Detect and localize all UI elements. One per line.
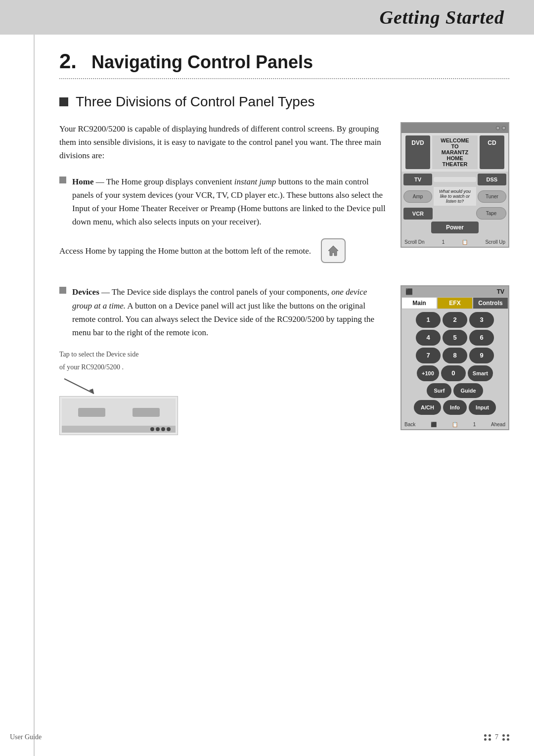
- rbc-dot3: [161, 427, 165, 431]
- welcome-line1: WELCOME: [434, 137, 476, 143]
- tv-btn-info[interactable]: Info: [443, 400, 467, 415]
- footer-icon: 📋: [462, 239, 468, 245]
- welcome-line2: TO: [434, 143, 476, 149]
- chapter-title: Navigating Control Panels: [91, 52, 313, 73]
- tv-tab-main[interactable]: Main: [401, 297, 437, 309]
- rbs-btn2: [133, 408, 160, 417]
- intro-section: Your RC9200/5200 is capable of displayin…: [59, 122, 509, 273]
- remote-amp-btn: Amp: [403, 190, 432, 203]
- remote-power-btn: Power: [431, 222, 479, 233]
- devices-text-col: Devices — The Device side displays the c…: [59, 285, 386, 435]
- tv-btn-smart[interactable]: Smart: [468, 365, 493, 381]
- tv-btn-6[interactable]: 6: [469, 330, 494, 346]
- footer-scroll-dn: Scroll Dn: [404, 239, 425, 245]
- remote-home-image: DVD WELCOME TO MARANTZ HOME THEATER CD T: [400, 122, 509, 273]
- tv-icon: ⬛: [405, 288, 413, 295]
- caption-line2: of your RC9200/5200 .: [59, 362, 386, 372]
- tv-footer: Back ⬛ 📋 1 Ahead: [401, 420, 508, 429]
- devices-text: Devices — The Device side displays the c…: [72, 285, 386, 339]
- chapter-number: 2.: [59, 49, 77, 73]
- r-dot-2: [502, 126, 506, 130]
- chapter-heading: 2. Navigating Control Panels: [59, 35, 509, 79]
- section-heading: Three Divisions of Control Panel Types: [59, 94, 509, 110]
- remote-dss-btn: DSS: [478, 174, 506, 185]
- welcome-line5: THEATER: [434, 161, 476, 167]
- footer-scroll-up: Scroll Up: [485, 239, 505, 245]
- remote-row-amp-tuner: Amp What would you like to watch or list…: [403, 187, 506, 206]
- devices-item: Devices — The Device side displays the c…: [59, 285, 386, 339]
- tv-btn-7[interactable]: 7: [416, 348, 441, 363]
- remote-row-vcr-tape: VCR Tape: [403, 207, 506, 220]
- tv-numpad: 1 2 3 4 5 6 7 8 9 +100: [401, 309, 508, 420]
- tv-footer-back: Back: [404, 422, 415, 427]
- remote-welcome-row: DVD WELCOME TO MARANTZ HOME THEATER CD: [405, 135, 504, 169]
- tv-btn-9[interactable]: 9: [469, 348, 494, 363]
- tv-btn-plus100[interactable]: +100: [417, 365, 439, 381]
- tv-tabs: Main EFX Controls: [401, 297, 508, 309]
- tv-btn-guide[interactable]: Guide: [453, 383, 483, 398]
- devices-text-part1: — The Device side displays the control p…: [101, 287, 331, 297]
- footer-dot-8: [507, 738, 509, 741]
- remote-tuner-btn: Tuner: [478, 190, 506, 203]
- footer-dot-pair-4: [502, 738, 509, 741]
- welcome-line4: HOME: [434, 155, 476, 161]
- section-bullet-icon: [59, 97, 68, 106]
- tv-row-123: 1 2 3: [404, 312, 505, 328]
- svg-line-0: [64, 379, 94, 394]
- remote-header-dots: [496, 126, 506, 130]
- tv-btn-input[interactable]: Input: [469, 400, 496, 415]
- home-label: Home: [72, 177, 93, 186]
- tv-btn-5[interactable]: 5: [443, 330, 467, 346]
- home-text: Home — The Home group displays convenien…: [72, 175, 386, 229]
- home-bullet-icon: [59, 177, 66, 183]
- footer-guide: User Guide: [10, 733, 42, 741]
- tv-btn-4[interactable]: 4: [416, 330, 441, 346]
- footer-dot-pair-3: [502, 734, 509, 737]
- tv-btn-3[interactable]: 3: [469, 312, 494, 328]
- tv-btn-surf[interactable]: Surf: [427, 383, 451, 398]
- home-button-icon: [321, 238, 346, 263]
- tv-btn-2[interactable]: 2: [443, 312, 467, 328]
- remote-tape-btn: Tape: [476, 207, 506, 220]
- home-icon: [326, 244, 340, 258]
- tv-btn-0[interactable]: 0: [441, 365, 466, 381]
- tv-row-456: 4 5 6: [404, 330, 505, 346]
- tv-row-ach-info-input: A/CH Info Input: [404, 400, 505, 415]
- remote-home-panel: DVD WELCOME TO MARANTZ HOME THEATER CD T: [400, 122, 509, 248]
- arrow-icon: [59, 376, 99, 396]
- remote-buttons-grid: TV DSS Amp What would you like to watch …: [401, 172, 508, 237]
- tv-title: TV: [497, 288, 504, 295]
- tv-tab-efx[interactable]: EFX: [437, 297, 473, 309]
- footer-dot-pair-2: [484, 738, 491, 741]
- home-italic: instant jump: [234, 177, 276, 186]
- footer-page-area: 7: [484, 733, 509, 741]
- tv-btn-ach[interactable]: A/CH: [414, 400, 441, 415]
- footer-dots-icon-right: [502, 734, 509, 741]
- tv-row-surf-guide: Surf Guide: [404, 383, 505, 398]
- arrow-row: [59, 376, 386, 396]
- home-text-part1: — The Home group displays convenient: [96, 177, 234, 186]
- devices-section: Devices — The Device side displays the c…: [59, 285, 509, 435]
- main-content: 2. Navigating Control Panels Three Divis…: [35, 35, 534, 465]
- page-footer: User Guide 7: [0, 733, 534, 741]
- caption-area: Tap to select the Device side of your RC…: [59, 349, 386, 435]
- left-bar: [0, 35, 35, 756]
- remote-welcome-text: WELCOME TO MARANTZ HOME THEATER: [432, 135, 478, 169]
- tv-btn-8[interactable]: 8: [443, 348, 467, 363]
- rbc-dot2: [156, 427, 160, 431]
- footer-dot-6: [507, 734, 509, 737]
- remote-bottom-sketch: [59, 396, 178, 435]
- tv-btn-1[interactable]: 1: [416, 312, 441, 328]
- remote-bottom-connector: [62, 426, 176, 433]
- r-dot-1: [496, 126, 500, 130]
- tv-footer-ahead: Ahead: [491, 422, 505, 427]
- remote-row-tv-dss: TV DSS: [403, 174, 506, 185]
- remote-tv-image: ⬛ TV Main EFX Controls 1 2 3 4: [400, 285, 509, 435]
- section-title: Three Divisions of Control Panel Types: [76, 94, 315, 110]
- footer-dot-7: [502, 738, 505, 741]
- rbs-btn1: [78, 408, 105, 417]
- tv-tab-controls[interactable]: Controls: [473, 297, 508, 309]
- footer-num: 1: [442, 239, 445, 245]
- devices-label: Devices: [72, 287, 99, 297]
- remote-home-footer: Scroll Dn 1 📋 Scroll Up: [401, 237, 508, 247]
